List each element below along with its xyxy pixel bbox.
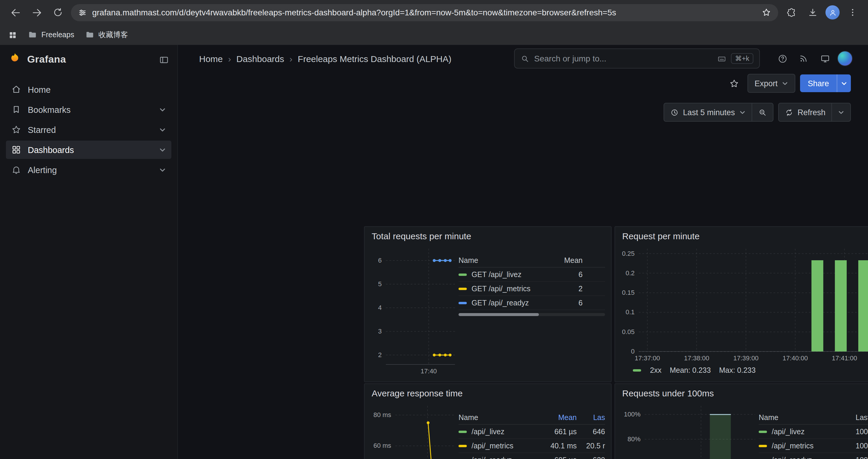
- series-name[interactable]: /api/_livez: [471, 427, 540, 436]
- help-icon[interactable]: [773, 50, 791, 67]
- export-button[interactable]: Export: [747, 74, 795, 93]
- series-name[interactable]: GET /api/_metrics: [471, 285, 553, 293]
- bar-chart[interactable]: 0.250.20.150.10.05017:37:0017:38:0017:39…: [615, 244, 868, 364]
- search-input[interactable]: Search or jump to... ⌘+k: [514, 48, 760, 68]
- legend-row: /api/_livez 100%: [759, 425, 868, 439]
- time-range-picker[interactable]: Last 5 minutes: [664, 103, 752, 121]
- series-name[interactable]: /api/_metrics: [772, 441, 846, 450]
- series-name[interactable]: /api/_readyz: [471, 456, 540, 459]
- reload-icon[interactable]: [50, 4, 66, 21]
- rss-icon[interactable]: [795, 50, 812, 67]
- browser-menu-icon[interactable]: [844, 4, 861, 21]
- sidebar-nav: Home Bookmarks Starred: [0, 74, 177, 185]
- panel-title[interactable]: Total requests per minute: [365, 227, 611, 244]
- share-label: Share: [800, 74, 837, 92]
- panel-total-requests-per-minute: Total requests per minute 6543217:40 Nam…: [364, 226, 612, 382]
- refresh-button[interactable]: Refresh: [778, 103, 831, 121]
- legend-header-name[interactable]: Name: [459, 413, 540, 422]
- series-mean: Mean: 0.233: [670, 366, 711, 374]
- chevron-down-icon[interactable]: [159, 106, 166, 113]
- dashboards-grid-icon: [11, 145, 21, 155]
- url-text[interactable]: grafana.mathmast.com/d/deytv4rwavabkb/fr…: [92, 8, 756, 17]
- sidebar-item-alerting[interactable]: Alerting: [6, 161, 172, 179]
- series-last: 646: [577, 427, 605, 436]
- share-button[interactable]: Share: [800, 74, 851, 92]
- header-icons: [773, 50, 852, 67]
- chevron-down-icon[interactable]: [159, 126, 166, 133]
- bookmark-star-icon[interactable]: [762, 8, 771, 17]
- breadcrumb-separator: ›: [289, 54, 292, 64]
- breadcrumb-home[interactable]: Home: [199, 54, 223, 64]
- bookmark-label: 收藏博客: [98, 30, 128, 40]
- legend-row: /api/_readyz 605 µs 620: [459, 453, 605, 459]
- series-name[interactable]: GET /api/_readyz: [471, 299, 553, 307]
- sidebar-item-label: Bookmarks: [28, 105, 71, 114]
- legend-header-last[interactable]: Last *: [846, 413, 868, 422]
- forward-icon[interactable]: [28, 4, 45, 21]
- export-label: Export: [754, 79, 778, 88]
- refresh-label: Refresh: [797, 108, 826, 117]
- series-name[interactable]: /api/_livez: [772, 427, 846, 436]
- star-icon: [11, 125, 21, 135]
- grafana-profile-avatar[interactable]: [837, 51, 852, 66]
- svg-text:100%: 100%: [624, 411, 641, 418]
- share-dropdown-icon[interactable]: [837, 74, 851, 92]
- series-name[interactable]: 2xx: [650, 366, 661, 374]
- panel-title[interactable]: Average response time: [365, 384, 611, 401]
- site-info-icon[interactable]: [78, 8, 87, 17]
- panel-requests-under-100ms: Requests under 100ms 100%80%60%40%20%0%1…: [615, 383, 868, 459]
- svg-text:2: 2: [378, 351, 382, 359]
- bookmark-item[interactable]: Freeleaps: [28, 30, 74, 40]
- favorite-star-icon[interactable]: [725, 78, 743, 88]
- sidebar-item-bookmarks[interactable]: Bookmarks: [6, 100, 172, 119]
- series-mean: 6: [553, 270, 583, 278]
- timeseries-chart[interactable]: 80 ms60 ms40 ms20 ms0 s17:40: [370, 401, 459, 459]
- series-name[interactable]: /api/_metrics: [471, 441, 540, 450]
- apps-grid-icon[interactable]: [8, 30, 17, 39]
- legend-header-name[interactable]: Name: [759, 413, 846, 422]
- series-last: 100%: [846, 427, 868, 436]
- dashboard-toolbar: Export Share: [178, 72, 868, 95]
- legend-header-mean[interactable]: Mean: [553, 256, 583, 264]
- breadcrumb-dashboards[interactable]: Dashboards: [236, 54, 284, 64]
- brand-row: Grafana: [0, 45, 177, 74]
- timeseries-chart[interactable]: 6543217:40: [370, 244, 459, 375]
- browser-profile-avatar[interactable]: [826, 5, 840, 20]
- sidebar-item-starred[interactable]: Starred: [6, 121, 172, 139]
- scrollbar-thumb[interactable]: [459, 313, 539, 316]
- sidebar-item-dashboards[interactable]: Dashboards: [6, 140, 172, 159]
- bar-chart[interactable]: 100%80%60%40%20%0%17:40: [621, 401, 759, 459]
- dashboard-canvas: Last 5 minutes Refresh: [178, 95, 868, 459]
- svg-text:17:40: 17:40: [421, 367, 437, 375]
- browser-chrome: grafana.mathmast.com/d/deytv4rwavabkb/fr…: [0, 0, 868, 45]
- chevron-down-icon[interactable]: [159, 146, 166, 153]
- download-icon[interactable]: [804, 4, 821, 21]
- address-bar[interactable]: grafana.mathmast.com/d/deytv4rwavabkb/fr…: [71, 4, 778, 21]
- monitor-icon[interactable]: [816, 50, 834, 67]
- time-controls: Last 5 minutes Refresh: [663, 103, 851, 122]
- refresh-interval-dropdown[interactable]: [831, 103, 850, 121]
- svg-text:4: 4: [378, 304, 382, 311]
- panel-title[interactable]: Request per minute: [615, 227, 868, 244]
- legend-header-last[interactable]: Las: [577, 413, 605, 422]
- svg-text:0.2: 0.2: [625, 269, 634, 277]
- bell-icon: [11, 165, 21, 175]
- legend-header-name[interactable]: Name: [459, 256, 553, 264]
- grafana-logo-icon[interactable]: [8, 52, 21, 67]
- series-name[interactable]: GET /api/_livez: [471, 270, 553, 278]
- sidebar-item-home[interactable]: Home: [6, 80, 172, 99]
- grafana-sidebar: Grafana Home Bookmarks: [0, 45, 178, 459]
- zoom-out-button[interactable]: [751, 103, 773, 121]
- svg-text:0.1: 0.1: [625, 308, 634, 316]
- svg-text:5: 5: [378, 280, 382, 288]
- back-icon[interactable]: [7, 4, 24, 21]
- legend-scrollbar[interactable]: [459, 313, 605, 316]
- series-name[interactable]: /api/_readyz: [772, 456, 846, 459]
- panel-title[interactable]: Requests under 100ms: [615, 384, 868, 401]
- legend-header-mean[interactable]: Mean: [540, 413, 577, 422]
- bookmark-item[interactable]: 收藏博客: [85, 30, 128, 40]
- extensions-icon[interactable]: [783, 4, 800, 21]
- chevron-down-icon[interactable]: [159, 166, 166, 173]
- dock-sidebar-icon[interactable]: [159, 55, 169, 65]
- svg-text:0.25: 0.25: [622, 250, 634, 257]
